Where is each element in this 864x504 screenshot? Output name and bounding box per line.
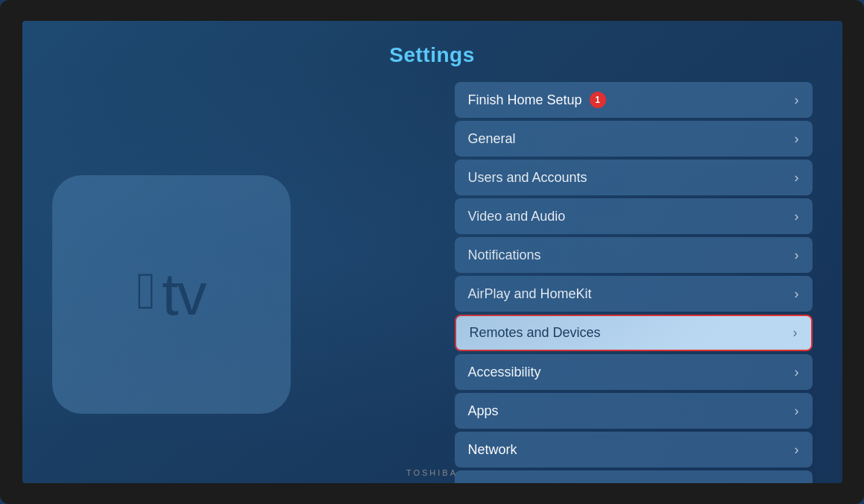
chevron-icon-users-and-accounts: › bbox=[795, 170, 799, 186]
menu-item-left-general: General bbox=[468, 131, 516, 147]
apple-tv-logo:  tv bbox=[137, 260, 206, 329]
menu-item-left-notifications: Notifications bbox=[468, 248, 541, 263]
apple-tv-logo-container:  tv bbox=[52, 175, 291, 414]
menu-item-left-airplay-and-homekit: AirPlay and HomeKit bbox=[468, 286, 592, 302]
menu-item-label-general: General bbox=[468, 131, 516, 147]
menu-item-left-users-and-accounts: Users and Accounts bbox=[468, 170, 587, 186]
menu-item-label-apps: Apps bbox=[468, 403, 499, 419]
menu-item-label-airplay-and-homekit: AirPlay and HomeKit bbox=[468, 286, 592, 302]
menu-item-video-and-audio[interactable]: Video and Audio› bbox=[455, 198, 813, 234]
menu-item-label-finish-home-setup: Finish Home Setup bbox=[468, 92, 582, 108]
chevron-icon-general: › bbox=[795, 131, 799, 147]
menu-item-left-accessibility: Accessibility bbox=[468, 365, 541, 380]
chevron-icon-accessibility: › bbox=[795, 365, 799, 380]
menu-item-notifications[interactable]: Notifications› bbox=[455, 237, 813, 273]
menu-item-label-notifications: Notifications bbox=[468, 248, 541, 263]
menu-item-apps[interactable]: Apps› bbox=[455, 393, 813, 429]
menu-item-remotes-and-devices[interactable]: Remotes and Devices› bbox=[455, 315, 813, 351]
menu-item-label-users-and-accounts: Users and Accounts bbox=[468, 170, 587, 186]
chevron-icon-finish-home-setup: › bbox=[795, 92, 799, 108]
chevron-icon-video-and-audio: › bbox=[795, 209, 799, 224]
menu-item-left-remotes-and-devices: Remotes and Devices bbox=[470, 325, 601, 341]
menu-item-airplay-and-homekit[interactable]: AirPlay and HomeKit› bbox=[455, 276, 813, 312]
menu-item-network[interactable]: Network› bbox=[455, 432, 813, 467]
menu-item-left-apps: Apps bbox=[468, 403, 499, 419]
menu-item-label-network: Network bbox=[468, 442, 517, 458]
menu-item-left-finish-home-setup: Finish Home Setup1 bbox=[468, 92, 606, 108]
chevron-icon-apps: › bbox=[795, 403, 799, 419]
tv-screen: Settings  tv Finish Home Setup1›General… bbox=[22, 21, 842, 483]
tv-bezel: Settings  tv Finish Home Setup1›General… bbox=[0, 0, 864, 504]
menu-item-left-video-and-audio: Video and Audio bbox=[468, 209, 566, 224]
chevron-icon-airplay-and-homekit: › bbox=[795, 286, 799, 302]
chevron-icon-notifications: › bbox=[795, 248, 799, 263]
brand-bar: TOSHIBA bbox=[406, 468, 458, 477]
menu-item-finish-home-setup[interactable]: Finish Home Setup1› bbox=[455, 82, 813, 118]
menu-item-label-video-and-audio: Video and Audio bbox=[468, 209, 566, 224]
menu-item-system[interactable]: System› bbox=[455, 470, 813, 483]
chevron-icon-system: › bbox=[795, 481, 799, 484]
chevron-icon-network: › bbox=[795, 442, 799, 458]
menu-item-accessibility[interactable]: Accessibility› bbox=[455, 354, 813, 390]
content-area:  tv Finish Home Setup1›General›Users an… bbox=[52, 82, 813, 483]
menu-item-users-and-accounts[interactable]: Users and Accounts› bbox=[455, 160, 813, 195]
chevron-icon-remotes-and-devices: › bbox=[793, 325, 798, 341]
menu-item-general[interactable]: General› bbox=[455, 121, 813, 157]
settings-menu: Finish Home Setup1›General›Users and Acc… bbox=[455, 82, 813, 483]
tv-wordmark: tv bbox=[162, 260, 205, 329]
menu-item-left-system: System bbox=[468, 481, 513, 484]
badge-finish-home-setup: 1 bbox=[590, 92, 606, 108]
page-title: Settings bbox=[389, 43, 474, 67]
menu-item-label-accessibility: Accessibility bbox=[468, 365, 541, 380]
apple-icon:  bbox=[137, 265, 157, 317]
menu-item-label-system: System bbox=[468, 481, 513, 484]
menu-item-label-remotes-and-devices: Remotes and Devices bbox=[470, 325, 601, 341]
menu-item-left-network: Network bbox=[468, 442, 517, 458]
